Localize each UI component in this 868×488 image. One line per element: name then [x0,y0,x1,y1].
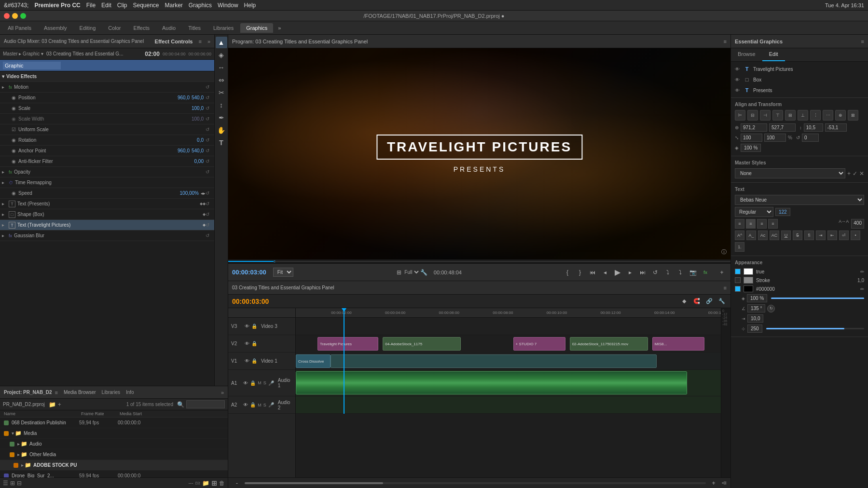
time-remap-toggle[interactable]: ▸ [2,180,9,185]
speed-toggle[interactable]: ◉ [12,190,18,196]
align-right-button[interactable]: ⊣ [760,110,771,121]
app-name[interactable]: Premiere Pro CC [34,2,80,9]
slip-tool[interactable]: ↕ [216,99,227,111]
text-wrap-button[interactable]: ⏎ [839,230,849,240]
position-reset[interactable]: ↺ [206,95,212,100]
motion-reset[interactable]: ↺ [206,84,212,90]
hand-tool[interactable]: ✋ [216,124,227,136]
allcaps-button[interactable]: AC [770,230,779,240]
razor-tool[interactable]: ✂ [216,87,227,98]
layer-travelight-pictures[interactable]: 👁 T Travelight Pictures [731,64,868,74]
track-a1[interactable] [296,370,730,396]
more-workspaces-icon[interactable]: » [274,23,285,33]
shadow-opacity-slider[interactable] [771,298,864,299]
progress-track[interactable] [228,261,730,262]
text-travelight-layer[interactable]: ▸ T Text (Travelight Pictures) ◆ ↺ [0,220,214,230]
apply-style-icon[interactable]: ✓ [853,170,857,177]
menu-sequence[interactable]: Sequence [133,2,159,9]
camera-button[interactable]: 📷 [688,268,698,277]
zoom-slider-project[interactable]: --- [188,480,193,486]
v2-eye-icon[interactable]: 👁 [245,341,249,346]
scale-width-value[interactable]: 100,0 [192,116,204,122]
position-x[interactable]: 960,0 [178,95,190,100]
quality-select[interactable]: Full1/21/4 [402,269,420,275]
play-button[interactable]: ▶ [613,268,622,277]
shadow-spread-value[interactable]: 250 [747,325,762,333]
anchor-point-property[interactable]: ◉ Anchor Point 960,0 540,0 ↺ [0,146,214,156]
clip-travelight[interactable]: Travelight Pictures [317,337,378,351]
shadow-color-swatch[interactable] [744,285,753,292]
tab-editing[interactable]: Editing [74,23,102,33]
effect-controls-tab-label[interactable]: Effect Controls [155,39,193,44]
align-center-v-button[interactable]: ⊞ [785,110,796,121]
ripple-edit-tool[interactable]: ↔ [216,62,227,73]
smallcaps-button[interactable]: Ac [758,230,768,240]
pen-tool[interactable]: ✒ [216,112,227,123]
project-row-other-media[interactable]: ▸ 📁 Other Media [0,449,228,460]
track-v2[interactable]: Travelight Pictures 04-AdobeStock_1175 +… [296,335,730,352]
layer-box[interactable]: 👁 □ Box [731,74,868,85]
scale-w-input[interactable] [741,134,762,142]
a1-solo-icon[interactable]: S [263,380,266,385]
project-row-adobe-stock[interactable]: ▸ 📁 ADOBE STOCK PU [0,460,228,471]
timeline-scroll-end[interactable]: ⧏ [721,480,727,486]
current-timecode[interactable]: 00:00:03:00 [232,269,266,276]
eg-tab-edit[interactable]: Edit [762,48,785,61]
step-fwd-button[interactable]: ▸ [625,268,635,277]
project-row-audio[interactable]: ▸ 📁 Audio [0,439,228,449]
align-bottom-button[interactable]: ⊥ [798,110,808,121]
master-style-dropdown[interactable]: None [735,168,845,178]
shape-box-layer[interactable]: ▸ □ Shape (Box) ◆ ↺ [0,209,214,220]
scale-toggle[interactable]: ◉ [12,106,18,111]
position-toggle[interactable]: ◉ [12,95,18,100]
menu-file[interactable]: File [86,2,96,9]
align-left-text-button[interactable]: ≡ [735,219,744,229]
tab-effects[interactable]: Effects [128,23,155,33]
tab-graphics[interactable]: Graphics [240,23,273,33]
a2-mute-icon[interactable]: M [258,403,262,407]
libraries-tab[interactable]: Libraries [102,390,120,395]
menu-edit[interactable]: Edit [101,2,111,9]
monitor-info-icon[interactable]: ⓘ [721,248,727,256]
tab-titles[interactable]: Titles [182,23,207,33]
folder-expand-media[interactable]: ▾ [12,431,14,436]
rotation-reset[interactable]: ↺ [206,137,212,143]
pos-x-input[interactable] [741,123,767,132]
uniform-scale-reset[interactable]: ↺ [206,127,212,132]
align-center-text-button[interactable]: ≡ [746,219,756,229]
menu-help[interactable]: Help [244,2,256,9]
search-icon[interactable]: 🔍 [177,401,184,408]
project-row-drone[interactable]: Drone_Big_Sur_2... 59,94 fps 00:00:00:0 [0,471,228,477]
layer-eye-1[interactable]: 👁 [735,67,741,72]
a2-solo-icon[interactable]: S [263,403,266,407]
strikethrough-button[interactable]: S̶ [793,230,802,240]
scale-width-toggle[interactable]: ◉ [12,116,18,122]
scale-reset[interactable]: ↺ [206,106,212,111]
apple-menu[interactable]: &#63743; [4,2,28,9]
align-center-h-button[interactable]: ⊟ [747,110,758,121]
fill-pencil-icon[interactable]: ✏ [860,269,864,274]
speed-reset[interactable]: ↺ [206,190,212,196]
tab-audio[interactable]: Audio [156,23,181,33]
align-top-button[interactable]: ⊤ [772,110,783,121]
mark-out-button[interactable]: } [575,268,585,277]
rotation-input[interactable] [802,134,819,142]
v1-eye-icon[interactable]: 👁 [245,358,249,364]
step-back-button[interactable]: ◂ [600,268,610,277]
time-remapping-section[interactable]: ▸ ⏱ Time Remapping [0,177,214,188]
zoom-slider[interactable] [245,482,706,484]
uniform-scale-checkbox[interactable]: ☑ [12,127,18,132]
project-search-input[interactable] [186,400,225,408]
linked-selection-button[interactable]: 🔗 [704,297,714,306]
presents-reset[interactable]: ↺ [206,201,212,206]
rotation-toggle[interactable]: ◉ [12,137,18,143]
layer-eye-3[interactable]: 👁 [735,88,741,93]
v3-eye-icon[interactable]: 👁 [245,324,249,329]
menu-clip[interactable]: Clip [117,2,127,9]
new-bin-button[interactable]: 📁 [202,480,209,487]
eg-tab-browse[interactable]: Browse [731,48,762,61]
eg-menu-icon[interactable]: ≡ [861,39,864,44]
scale-value[interactable]: 100,0 [192,106,204,111]
clip-adobestock-1175[interactable]: 04-AdobeStock_1175 [383,337,461,351]
track-v3[interactable] [296,318,730,335]
